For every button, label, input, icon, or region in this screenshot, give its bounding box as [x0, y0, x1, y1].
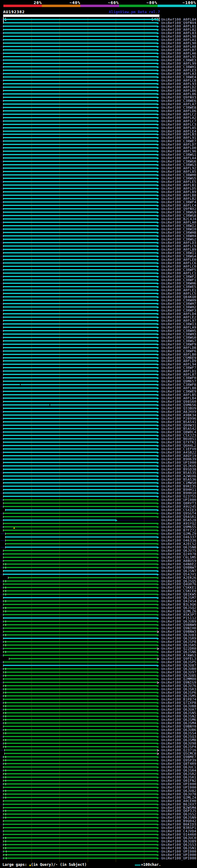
alignment-bar [3, 695, 157, 696]
alignment-start-tick [3, 45, 3, 48]
alignment-bar [3, 147, 157, 148]
alignment-start-tick [3, 661, 3, 663]
subject-gap-tick [5, 844, 6, 846]
subject-gap-tick [5, 651, 6, 653]
alignment-start-tick [3, 566, 3, 569]
alignment-bar [3, 634, 157, 636]
alignment-start-tick [3, 725, 3, 727]
alignment-bar [3, 120, 157, 122]
arrowhead-icon [157, 424, 159, 427]
arrowhead-icon [157, 840, 159, 843]
subject-overhang-dash [1, 493, 3, 493]
arrowhead-icon [157, 587, 159, 589]
gap-notch [20, 384, 21, 385]
alignment-start-tick [3, 560, 3, 562]
alignment-start-tick [3, 150, 3, 152]
alignment-start-tick [3, 384, 3, 386]
arrowhead-icon [157, 90, 159, 92]
arrowhead-icon [157, 323, 159, 326]
arrowhead-icon [157, 529, 159, 532]
alignment-start-tick [3, 434, 3, 437]
alignment-bar [3, 174, 157, 176]
hit-row: UniRef100_A0FLA7 [0, 102, 197, 106]
alignment-start-tick [3, 651, 3, 653]
alignment-bar [3, 584, 157, 585]
arrowhead-icon [157, 231, 159, 234]
alignment-start-tick [3, 259, 3, 261]
arrowhead-icon [157, 269, 159, 271]
alignment-start-tick [3, 458, 3, 460]
arrowhead-icon [157, 816, 159, 819]
subject-overhang-dash [1, 290, 3, 290]
alignment-start-tick [3, 306, 3, 308]
arrowhead-icon [157, 830, 159, 833]
subject-overhang-dash [1, 689, 3, 689]
subject-overhang-dash [159, 297, 161, 297]
alignment-start-tick [3, 847, 3, 849]
alignment-bar [3, 682, 157, 683]
hit-row: UniRef100_Q6JSR1 [0, 776, 197, 779]
subject-overhang-dash [1, 202, 3, 202]
subject-overhang-dash [1, 94, 3, 94]
subject-overhang-dash [1, 195, 3, 195]
alignment-start-tick [3, 780, 3, 782]
alignment-bar [3, 46, 157, 47]
arrowhead-icon [157, 282, 159, 285]
arrowhead-icon [157, 823, 159, 826]
subject-overhang-dash [1, 114, 3, 115]
arrowhead-icon [157, 35, 159, 38]
alignment-bar [3, 347, 157, 348]
alignment-bar [3, 418, 157, 419]
arrowhead-icon [157, 509, 159, 512]
alignment-start-tick [3, 29, 3, 31]
subject-overhang-dash [159, 418, 161, 419]
alignment-start-tick [3, 424, 3, 427]
alignment-start-tick [3, 83, 3, 85]
alignment-start-tick [3, 428, 3, 430]
subject-gap-tick [5, 695, 6, 697]
alignment-start-tick [3, 790, 3, 792]
alignment-bar [3, 80, 157, 81]
subject-overhang-dash [1, 581, 3, 581]
arrowhead-icon [157, 448, 159, 451]
subject-overhang-dash [159, 567, 161, 568]
subject-overhang-dash [159, 128, 161, 128]
subject-overhang-dash [1, 331, 3, 331]
alignment-start-tick [3, 526, 3, 528]
alignment-start-tick [3, 445, 3, 447]
alignment-start-tick [3, 360, 3, 362]
arrowhead-icon [157, 225, 159, 227]
alignment-bar [3, 489, 157, 490]
alignment-bar [3, 266, 157, 267]
alignment-start-tick [3, 377, 3, 379]
arrowhead-icon [157, 380, 159, 383]
alignment-bar [3, 773, 157, 774]
alignment-start-tick [3, 492, 3, 494]
arrowhead-icon [157, 113, 159, 116]
subject-overhang-dash [159, 581, 161, 581]
arrowhead-icon [157, 492, 159, 495]
alignment-start-tick [3, 529, 3, 531]
subject-overhang-dash [159, 723, 161, 723]
subject-overhang-dash [1, 87, 3, 88]
hit-label: UniRef100_C3RWG0 [161, 336, 196, 339]
alignment-start-tick [3, 320, 3, 322]
alignment-bar [3, 770, 157, 771]
alignment-bar [3, 107, 157, 108]
alignment-start-tick [3, 188, 3, 190]
hollow-arrowhead-icon [157, 658, 159, 660]
subject-overhang-dash [1, 791, 3, 791]
alignment-bar [3, 367, 157, 368]
subject-gap-tick [5, 590, 6, 592]
hit-label: UniRef100_A0FLD8 [161, 346, 196, 349]
alignment-bar [3, 665, 157, 666]
alignment-bar [3, 739, 157, 741]
subject-gap-tick [5, 644, 6, 646]
alignment-start-tick [3, 289, 3, 291]
hit-row: UniRef100_C3RWG7 [0, 339, 197, 343]
alignment-start-tick [3, 468, 3, 470]
alignment-start-tick [3, 614, 3, 616]
alignment-bar [3, 560, 157, 561]
hit-row: UniRef100_Q6JSR2 [0, 772, 197, 776]
hit-label: UniRef100_UPI000.. [161, 857, 197, 860]
